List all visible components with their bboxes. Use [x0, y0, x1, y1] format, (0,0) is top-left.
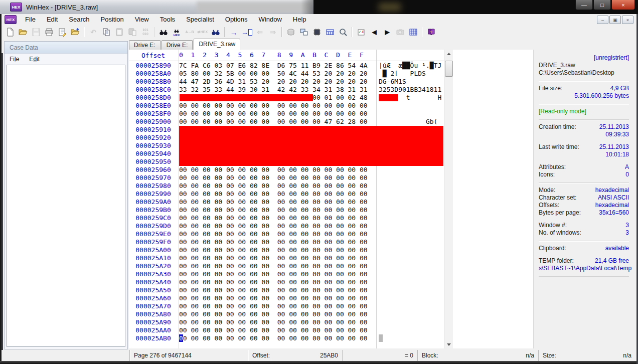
- hex-row-ascii[interactable]: [379, 278, 441, 286]
- hex-row[interactable]: 000025A9000 00 00 00 00 00 00 00 00 00 0…: [129, 318, 444, 326]
- hex-row[interactable]: 0000258A005 80 00 32 5B 00 00 00 50 4C 4…: [129, 70, 444, 78]
- hex-row-bytes[interactable]: 00 00 00 00 00 00 00 00 00 00 00 00 00 0…: [179, 166, 375, 174]
- hex-row-ascii[interactable]: [379, 246, 441, 254]
- hex-row[interactable]: 0000259B000 00 00 00 00 00 00 00 00 00 0…: [129, 206, 444, 214]
- tab-drive-e-[interactable]: Drive E:: [162, 40, 193, 50]
- hex-row[interactable]: 000025A8000 00 00 00 00 00 00 00 00 00 0…: [129, 310, 444, 318]
- hex-row-bytes[interactable]: 00 00 00 00 00 00 00 00 00 00 00 00 00 0…: [179, 302, 375, 310]
- hex-row-bytes[interactable]: 33 32 35 33 44 39 30 31 42 42 33 34 31 3…: [179, 86, 375, 94]
- hex-row[interactable]: 0000259E000 00 00 00 00 00 00 00 00 00 0…: [129, 230, 444, 238]
- hex-row-bytes[interactable]: 00 00 00 00 00 00 00 00 00 00 00 00 00 0…: [179, 262, 375, 270]
- hex-row-ascii[interactable]: [379, 310, 441, 318]
- case-menu-file[interactable]: File: [5, 56, 24, 63]
- hex-row-bytes[interactable]: 00 00 00 00 00 00 00 00 00 00 00 00 00 0…: [179, 214, 375, 222]
- hex-row-ascii[interactable]: [379, 182, 441, 190]
- hex-row-bytes[interactable]: 00 00 00 00 00 00 00 00 00 00 00 00 00 0…: [179, 238, 375, 246]
- hex-row[interactable]: 00002590000 00 00 00 00 00 00 00 00 00 0…: [129, 118, 444, 126]
- open-disk-icon[interactable]: [284, 26, 297, 38]
- hex-row[interactable]: 0000258B044 47 2D 36 4D 31 53 20 20 20 2…: [129, 78, 444, 86]
- new-file-icon[interactable]: [4, 26, 17, 38]
- goto-offset-icon[interactable]: →: [227, 26, 240, 38]
- continue-search-icon[interactable]: [209, 26, 222, 38]
- hex-row[interactable]: 0000259F000 00 00 00 00 00 00 00 00 00 0…: [129, 238, 444, 246]
- case-menu-edit[interactable]: Edit: [24, 56, 45, 63]
- hex-row[interactable]: 000025A7000 00 00 00 00 00 00 00 00 00 0…: [129, 302, 444, 310]
- hex-row[interactable]: 00002597000 00 00 00 00 00 00 00 00 00 0…: [129, 174, 444, 182]
- hex-row-bytes[interactable]: 00 00 00 00 00 00 00 00 00 00 00 00 00 0…: [179, 102, 375, 110]
- mdi-close-button[interactable]: ×: [622, 16, 633, 24]
- hex-row-bytes[interactable]: 00 00 00 00 00 00 00 00 00 00 00 00 00 0…: [179, 198, 375, 206]
- menu-file[interactable]: File: [20, 14, 41, 25]
- minimize-button[interactable]: —: [575, 0, 593, 10]
- hex-row[interactable]: 000025A6000 00 00 00 00 00 00 00 00 00 0…: [129, 294, 444, 302]
- hex-row[interactable]: 0000259C000 00 00 00 00 00 00 00 00 00 0…: [129, 214, 444, 222]
- hex-row-ascii[interactable]: Gb(: [379, 118, 441, 126]
- hex-row-ascii[interactable]: [379, 286, 441, 294]
- menu-window[interactable]: Window: [253, 14, 287, 25]
- hex-row-ascii[interactable]: [379, 254, 441, 262]
- hex-row-bytes[interactable]: 00 00 00 00 00 00 00 00 00 00 00 00 00 0…: [179, 182, 375, 190]
- hex-row-bytes[interactable]: 7C FA C6 03 07 E6 82 8E D6 75 11 B9 2E 8…: [179, 62, 375, 70]
- next-window-icon[interactable]: ▶: [381, 26, 394, 38]
- hex-row-ascii[interactable]: [379, 222, 441, 230]
- scroll-up-button[interactable]: [445, 50, 452, 58]
- vertical-scrollbar[interactable]: [444, 50, 453, 348]
- hex-row[interactable]: 000025A3000 00 00 00 00 00 00 00 00 00 0…: [129, 270, 444, 278]
- hex-row-ascii[interactable]: [379, 294, 441, 302]
- hex-row[interactable]: 0000258C033 32 35 33 44 39 30 31 42 42 3…: [129, 86, 444, 94]
- find-hex-icon[interactable]: HEX: [170, 26, 183, 38]
- hex-row-bytes[interactable]: 00 00 00 00 00 00 00 00 00 00 00 00 00 0…: [179, 230, 375, 238]
- tab-drive-3-raw[interactable]: DRIVE_3.raw: [194, 39, 240, 50]
- menu-options[interactable]: Options: [220, 14, 253, 25]
- hex-row[interactable]: 00002599000 00 00 00 00 00 00 00 00 00 0…: [129, 190, 444, 198]
- data-interpreter-icon[interactable]: [407, 26, 420, 38]
- hex-row-ascii[interactable]: [379, 270, 441, 278]
- hex-row-ascii[interactable]: [379, 110, 441, 118]
- tab-drive-e-[interactable]: Drive E:: [129, 40, 161, 50]
- hex-row-ascii[interactable]: [379, 238, 441, 246]
- hex-row[interactable]: 000025A1000 00 00 00 00 00 00 00 00 00 0…: [129, 254, 444, 262]
- hex-row-ascii[interactable]: DG-6M1S: [379, 78, 441, 86]
- hex-row-bytes[interactable]: 00 00 00 00 00 00 00 00 00 00 00 00 00 0…: [179, 254, 375, 262]
- hex-row[interactable]: 0000258E000 00 00 00 00 00 00 00 00 00 0…: [129, 102, 444, 110]
- mdi-minimize-button[interactable]: –: [597, 16, 608, 24]
- hex-row-bytes[interactable]: 00 00 00 00 00 00 00 00 00 00 00 00 00 0…: [179, 326, 375, 334]
- verify-icon[interactable]: ✓✗: [355, 26, 368, 38]
- hex-row[interactable]: 0000259D000 00 00 00 00 00 00 00 00 00 0…: [129, 222, 444, 230]
- hex-row[interactable]: 000025A4000 00 00 00 00 00 00 00 00 00 0…: [129, 278, 444, 286]
- scroll-down-button[interactable]: [445, 340, 452, 348]
- preview-icon[interactable]: [337, 26, 350, 38]
- hex-row-ascii[interactable]: [379, 166, 441, 174]
- menu-position[interactable]: Position: [95, 14, 129, 25]
- hex-row-bytes[interactable]: 00 00 00 00 00 00 00 00 00 00 00 00 00 0…: [179, 270, 375, 278]
- hex-row-ascii[interactable]: [379, 174, 441, 182]
- hex-row-ascii[interactable]: 3253D901BB341811: [379, 86, 441, 94]
- hex-row-bytes[interactable]: 00 00 00 00 00 00 00 00 00 00 00 00 00 0…: [179, 110, 375, 118]
- hex-editor[interactable]: Offset 0 1 2 3 4 5 6 7 8 9 A B C D E F 0…: [129, 50, 444, 348]
- case-data-tree[interactable]: [7, 65, 125, 347]
- hex-row[interactable]: 000025A2000 00 00 00 00 00 00 00 00 00 0…: [129, 262, 444, 270]
- menu-view[interactable]: View: [129, 14, 154, 25]
- hex-row[interactable]: 0000258907C FA C6 03 07 E6 82 8E D6 75 1…: [129, 62, 444, 70]
- hex-row-bytes[interactable]: 00 00 00 00 00 00 00 00 00 00 00 00 00 0…: [179, 206, 375, 214]
- scrollbar-thumb[interactable]: [445, 61, 453, 77]
- copy-icon[interactable]: [100, 26, 113, 38]
- help-icon[interactable]: ?: [425, 26, 438, 38]
- hex-row-bytes[interactable]: 44 47 2D 36 4D 31 53 20 20 20 20 20 20 2…: [179, 78, 375, 86]
- goto-page-icon[interactable]: →: [240, 26, 253, 38]
- hex-row-ascii[interactable]: [379, 318, 441, 326]
- menu-specialist[interactable]: Specialist: [181, 14, 220, 25]
- hex-row-bytes[interactable]: 00 00 00 00 00 00 00 00 00 00 00 00 00 0…: [179, 246, 375, 254]
- close-button[interactable]: ×: [611, 0, 635, 10]
- hex-row-ascii[interactable]: [379, 206, 441, 214]
- hex-row-bytes[interactable]: 05 80 00 32 5B 00 00 00 50 4C 44 53 20 2…: [179, 70, 375, 78]
- hex-row-bytes[interactable]: 00 00 00 00 00 00 00 00 00 00 00 00 47 6…: [179, 118, 375, 126]
- maximize-button[interactable]: □: [593, 0, 611, 10]
- hex-row[interactable]: 000025A0000 00 00 00 00 00 00 00 00 00 0…: [129, 246, 444, 254]
- hex-row-bytes[interactable]: 00 00 00 00 00 00 00 00 00 00 00 00 00 0…: [179, 294, 375, 302]
- hex-row[interactable]: 00002598000 00 00 00 00 00 00 00 00 00 0…: [129, 182, 444, 190]
- hex-row-bytes[interactable]: 00 00 00 00 00 00 00 00 00 00 00 00 00 0…: [179, 222, 375, 230]
- hex-row[interactable]: 000025AA000 00 00 00 00 00 00 00 00 00 0…: [129, 326, 444, 334]
- previous-window-icon[interactable]: ◀: [368, 26, 381, 38]
- hex-row-bytes[interactable]: 00 00 00 00 00 00 00 00 00 00 00 00 00 0…: [179, 174, 375, 182]
